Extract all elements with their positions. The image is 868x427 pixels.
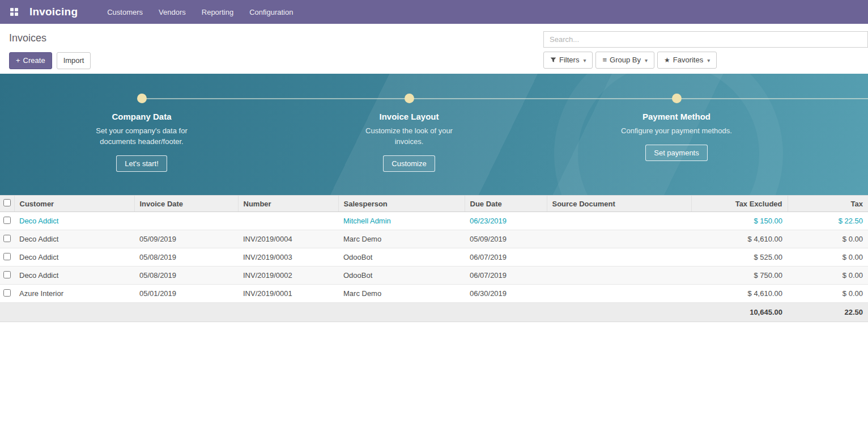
filter-bar: Filters▾ ≡Group By▾ ★Favorites▾	[543, 52, 868, 69]
row-checkbox[interactable]	[3, 271, 11, 278]
cell-invoice-date: 05/09/2019	[134, 230, 238, 248]
funnel-icon	[550, 57, 556, 63]
search-panel: Filters▾ ≡Group By▾ ★Favorites▾	[543, 31, 868, 69]
cell-salesperson: OdooBot	[338, 248, 465, 267]
col-salesperson[interactable]: Salesperson	[338, 196, 465, 212]
cell-tax: $ 0.00	[788, 248, 868, 267]
caret-down-icon: ▾	[707, 57, 710, 64]
table-row[interactable]: Deco Addict Mitchell Admin 06/23/2019 $ …	[0, 212, 868, 230]
cell-due-date: 06/30/2019	[465, 285, 547, 303]
search-input[interactable]	[543, 31, 868, 48]
filters-button-label: Filters	[559, 56, 579, 64]
col-customer[interactable]: Customer	[14, 196, 134, 212]
col-invoice-date[interactable]: Invoice Date	[134, 196, 238, 212]
main-menu: Customers Vendors Reporting Configuratio…	[99, 0, 301, 24]
cell-invoice-date	[134, 212, 238, 230]
import-button-label: Import	[63, 56, 84, 65]
menu-reporting[interactable]: Reporting	[194, 0, 241, 24]
apps-grid-icon[interactable]	[10, 8, 18, 16]
favorites-button[interactable]: ★Favorites▾	[657, 52, 717, 69]
cell-salesperson: Marc Demo	[338, 285, 465, 303]
cell-tax: $ 0.00	[788, 267, 868, 285]
create-button-label: Create	[23, 56, 45, 65]
onboarding-step-company-data: Company Data Set your company's data for…	[51, 94, 232, 172]
top-navbar: Invoicing Customers Vendors Reporting Co…	[0, 0, 868, 24]
cell-number: INV/2019/0004	[238, 230, 338, 248]
group-by-icon: ≡	[602, 56, 607, 64]
menu-configuration[interactable]: Configuration	[241, 0, 301, 24]
menu-customers[interactable]: Customers	[99, 0, 151, 24]
cell-tax-excluded: $ 750.00	[691, 267, 788, 285]
total-tax-excluded: 10,645.00	[691, 303, 788, 322]
caret-down-icon: ▾	[583, 57, 586, 64]
col-due-date[interactable]: Due Date	[465, 196, 547, 212]
step-title: Company Data	[112, 112, 171, 121]
cell-number: INV/2019/0001	[238, 285, 338, 303]
cell-invoice-date: 05/01/2019	[134, 285, 238, 303]
table-row[interactable]: Azure Interior 05/01/2019 INV/2019/0001 …	[0, 285, 868, 303]
cell-tax-excluded: $ 150.00	[691, 212, 788, 230]
col-number[interactable]: Number	[238, 196, 338, 212]
customize-button[interactable]: Customize	[383, 155, 435, 172]
col-tax-excluded[interactable]: Tax Excluded	[691, 196, 788, 212]
group-by-button[interactable]: ≡Group By▾	[595, 52, 654, 69]
onboarding-step-invoice-layout: Invoice Layout Customize the look of you…	[318, 94, 500, 172]
col-source-document[interactable]: Source Document	[547, 196, 691, 212]
cell-customer: Azure Interior	[14, 285, 134, 303]
cell-salesperson: OdooBot	[338, 267, 465, 285]
cell-number	[238, 212, 338, 230]
breadcrumb-title: Invoices	[9, 32, 46, 44]
onboarding-step-payment-method: Payment Method Configure your payment me…	[586, 94, 767, 161]
cell-tax-excluded: $ 525.00	[691, 248, 788, 267]
plus-icon: +	[16, 56, 20, 65]
step-description: Configure your payment methods.	[621, 126, 732, 137]
control-panel: Invoices +Create Import Filters▾ ≡Group …	[0, 24, 868, 74]
import-button[interactable]: Import	[57, 52, 91, 69]
step-title: Payment Method	[643, 112, 710, 121]
favorites-button-label: Favorites	[673, 56, 703, 64]
cell-customer: Deco Addict	[14, 248, 134, 267]
invoice-table: Customer Invoice Date Number Salesperson…	[0, 195, 868, 322]
filters-button[interactable]: Filters▾	[543, 52, 593, 69]
app-title[interactable]: Invoicing	[29, 6, 78, 18]
col-tax[interactable]: Tax	[788, 196, 868, 212]
cell-customer: Deco Addict	[14, 267, 134, 285]
cell-customer: Deco Addict	[14, 212, 134, 230]
set-payments-button[interactable]: Set payments	[645, 145, 708, 161]
row-checkbox[interactable]	[3, 289, 11, 297]
table-row[interactable]: Deco Addict 05/08/2019 INV/2019/0002 Odo…	[0, 267, 868, 285]
cell-tax-excluded: $ 4,610.00	[691, 230, 788, 248]
step-dot-icon	[672, 94, 682, 103]
table-row[interactable]: Deco Addict 05/08/2019 INV/2019/0003 Odo…	[0, 248, 868, 267]
caret-down-icon: ▾	[645, 57, 648, 64]
star-icon: ★	[664, 56, 670, 64]
cell-invoice-date: 05/08/2019	[134, 248, 238, 267]
cell-due-date: 06/07/2019	[465, 248, 547, 267]
onboarding-banner: Company Data Set your company's data for…	[0, 74, 868, 195]
table-row[interactable]: Deco Addict 05/09/2019 INV/2019/0004 Mar…	[0, 230, 868, 248]
menu-vendors[interactable]: Vendors	[151, 0, 194, 24]
step-dot-icon	[405, 94, 414, 103]
table-header: Customer Invoice Date Number Salesperson…	[0, 196, 868, 212]
cell-salesperson: Marc Demo	[338, 230, 465, 248]
row-checkbox[interactable]	[3, 217, 11, 224]
cell-due-date: 06/23/2019	[465, 212, 547, 230]
table-footer: 10,645.00 22.50	[0, 303, 868, 322]
group-by-button-label: Group By	[610, 56, 641, 64]
cell-number: INV/2019/0003	[238, 248, 338, 267]
lets-start-button[interactable]: Let's start!	[116, 155, 167, 172]
cell-tax: $ 0.00	[788, 230, 868, 248]
cell-tax: $ 0.00	[788, 285, 868, 303]
action-buttons: +Create Import	[9, 52, 91, 69]
total-tax: 22.50	[788, 303, 868, 322]
cell-customer: Deco Addict	[14, 230, 134, 248]
select-all-checkbox[interactable]	[3, 199, 11, 206]
cell-due-date: 05/09/2019	[465, 230, 547, 248]
cell-due-date: 06/07/2019	[465, 267, 547, 285]
row-checkbox[interactable]	[3, 253, 11, 260]
create-button[interactable]: +Create	[9, 52, 52, 69]
row-checkbox[interactable]	[3, 235, 11, 242]
step-dot-icon	[137, 94, 147, 103]
cell-source-document	[547, 248, 691, 267]
step-title: Invoice Layout	[379, 112, 439, 121]
